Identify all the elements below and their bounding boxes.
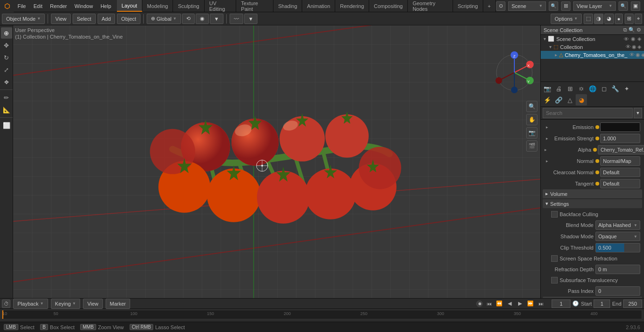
outliner-cherry-tomatoes[interactable]: ▸ △ Cherry_Tomatoes_on_the_ 👁 ◉ ◈ — [541, 51, 644, 59]
tab-layout[interactable]: Layout — [117, 0, 142, 12]
outliner-collection[interactable]: ▾ ⬚ Collection 👁 ◉ ◈ — [541, 43, 644, 51]
viewport[interactable]: User Perspective (1) Collection | Cherry… — [13, 25, 540, 298]
viewlayer-search-btn[interactable]: 🔍 — [619, 1, 628, 11]
alpha-arrow[interactable]: ▸ — [545, 147, 547, 152]
viewlayer-selector[interactable]: View Layer ▼ — [573, 1, 616, 11]
blend-mode-value[interactable]: Alpha Hashed ▼ — [595, 220, 640, 230]
start-frame-input[interactable] — [594, 300, 610, 308]
movie-btn[interactable]: 🎬 — [526, 140, 537, 152]
tool-rotate[interactable]: ↻ — [1, 52, 12, 63]
tab-uv-editing[interactable]: UV Editing — [205, 0, 237, 12]
clip-value[interactable]: 0.500 — [595, 243, 640, 252]
blender-logo-icon[interactable]: ⬡ — [0, 0, 14, 12]
tab-rendering[interactable]: Rendering — [335, 0, 369, 12]
menu-file[interactable]: File — [14, 0, 30, 12]
keying-btn[interactable]: Keying ▼ — [51, 299, 81, 309]
prop-modifier-icon[interactable]: 🔧 — [610, 83, 621, 94]
tool-cursor[interactable]: ⊕ — [1, 27, 12, 39]
coll-eye-btn[interactable]: 👁 — [626, 44, 631, 50]
step-forward-btn[interactable]: ⏩ — [526, 300, 535, 308]
solid-btn[interactable]: ◑ — [594, 14, 603, 24]
tab-texture-paint[interactable]: Texture Paint — [236, 0, 273, 12]
outliner-render-btn[interactable]: ◈ — [637, 36, 641, 42]
overlay-btn[interactable]: ⊞ — [625, 14, 634, 24]
prop-particles-icon[interactable]: ✦ — [621, 83, 632, 94]
step-back-btn[interactable]: ⏪ — [495, 300, 504, 308]
ssr-checkbox[interactable] — [551, 255, 558, 262]
coll-render-btn[interactable]: ◈ — [637, 44, 641, 50]
axis-gizmo[interactable]: X Y Z — [493, 51, 536, 94]
proportional-btn[interactable]: ◉ — [196, 14, 209, 24]
view-btn[interactable]: View — [51, 14, 71, 24]
outliner-scene-collection[interactable]: ▾ ⬜ Scene Collection 👁 ◉ ◈ — [541, 35, 644, 43]
proportional-dropdown[interactable]: ▼ — [210, 14, 223, 24]
end-frame-input[interactable] — [623, 300, 642, 308]
camera-view-btn[interactable]: 📷 — [526, 127, 537, 138]
prop-render-icon[interactable]: 📷 — [542, 83, 553, 94]
transform-btn[interactable]: ⊕ Global ▼ — [147, 14, 181, 24]
tool-scale[interactable]: ⤢ — [1, 64, 12, 75]
settings-section-header[interactable]: ▾ Settings — [543, 199, 642, 208]
marker-btn[interactable]: Marker — [106, 299, 130, 309]
tool-transform[interactable]: ❖ — [1, 76, 12, 88]
play-reverse-btn[interactable]: ◀ — [505, 300, 514, 308]
coll-cam-btn[interactable]: ◉ — [632, 44, 636, 50]
skip-end-btn[interactable]: ⏭ — [537, 300, 545, 308]
timeline-view-btn[interactable]: View — [83, 299, 103, 309]
strength-arrow[interactable]: ▸ — [545, 136, 549, 141]
outliner-settings-btn[interactable]: ⚙ — [636, 27, 641, 33]
tab-sculpting[interactable]: Sculpting — [173, 0, 204, 12]
tab-shading[interactable]: Shading — [273, 0, 302, 12]
playback-btn[interactable]: Playback ▼ — [13, 299, 48, 309]
tool-move[interactable]: ✥ — [1, 40, 12, 51]
normal-value[interactable]: Normal/Map — [600, 156, 640, 166]
outliner-cam-btn[interactable]: ◉ — [631, 36, 636, 42]
tab-add[interactable]: + — [483, 0, 496, 12]
tom-render-btn[interactable]: ◈ — [641, 52, 644, 58]
tool-annotate[interactable]: ✏ — [1, 92, 12, 103]
tangent-value[interactable]: Default — [600, 179, 640, 188]
volume-section-header[interactable]: ▸ Volume — [543, 189, 642, 198]
menu-edit[interactable]: Edit — [30, 0, 46, 12]
object-mode-btn[interactable]: Object Mode ▼ — [2, 14, 45, 24]
viewlayer-icon-btn[interactable]: ⊞ — [561, 1, 570, 11]
object-btn[interactable]: Object — [117, 14, 140, 24]
prop-material-icon[interactable]: ◕ — [576, 94, 587, 105]
current-frame-input[interactable] — [552, 300, 570, 308]
props-search-input[interactable] — [543, 108, 633, 118]
props-filter-btn[interactable]: ▼ — [634, 108, 642, 118]
shadow-mode-value[interactable]: Opaque ▼ — [595, 232, 640, 241]
emission-color[interactable] — [600, 122, 640, 132]
menu-window[interactable]: Window — [71, 0, 97, 12]
scene-selector[interactable]: Scene ▼ — [508, 1, 546, 11]
outliner-search-btn[interactable]: 🔍 — [628, 27, 635, 33]
tom-eye-btn[interactable]: 👁 — [629, 52, 635, 58]
prop-view-layer-icon[interactable]: ⊞ — [564, 83, 576, 94]
menu-render[interactable]: Render — [46, 0, 71, 12]
timeline-track[interactable]: 10 50 100 150 200 250 300 350 400 — [2, 310, 642, 319]
add-btn[interactable]: Add — [98, 14, 116, 24]
sst-checkbox[interactable] — [551, 277, 558, 283]
tab-animation[interactable]: Animation — [302, 0, 335, 12]
tab-geometry-nodes[interactable]: Geometry Nodes — [408, 0, 453, 12]
record-btn[interactable]: ⏺ — [476, 300, 483, 307]
timeline-type-btn[interactable]: ⏱ — [2, 300, 10, 308]
pass-value[interactable]: 0 — [595, 286, 640, 296]
wireframe-btn[interactable]: ⬚ — [584, 14, 593, 24]
tool-add-cube[interactable]: ⬜ — [1, 120, 12, 131]
playhead[interactable] — [2, 310, 3, 319]
outliner-eye-btn[interactable]: 👁 — [624, 36, 629, 42]
backface-checkbox[interactable] — [551, 211, 558, 218]
prop-constraints-icon[interactable]: 🔗 — [553, 94, 564, 105]
tab-modeling[interactable]: Modeling — [142, 0, 173, 12]
tom-cam-btn[interactable]: ◉ — [636, 52, 640, 58]
hand-btn[interactable]: ✋ — [526, 114, 537, 125]
prop-object-icon[interactable]: ◻ — [598, 83, 610, 94]
tool-measure[interactable]: 📐 — [1, 104, 12, 115]
tab-scripting[interactable]: Scripting — [453, 0, 483, 12]
emission-arrow[interactable]: ▸ — [545, 125, 549, 130]
gizmo-btn[interactable]: ⌖ — [635, 14, 642, 24]
material-btn[interactable]: ◕ — [604, 14, 614, 24]
play-btn[interactable]: ▶ — [516, 300, 524, 308]
menu-help[interactable]: Help — [97, 0, 115, 12]
